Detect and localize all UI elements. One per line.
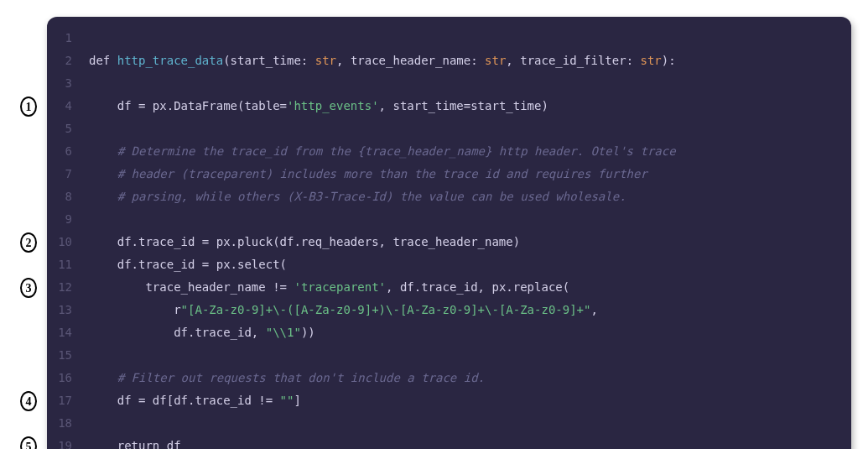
line-number: 19 [47, 435, 89, 449]
line-number: 15 [47, 344, 89, 367]
annotation-spacer [17, 163, 40, 185]
svg-text:3: 3 [26, 282, 32, 295]
annotation-marker-2: 2 [17, 231, 40, 253]
line-number: 6 [47, 140, 89, 163]
line-number: 2 [47, 50, 89, 72]
annotation-spacer [17, 299, 40, 321]
svg-text:5: 5 [26, 441, 32, 450]
line-number: 8 [47, 185, 89, 208]
code-line-3: 3 [47, 72, 851, 95]
annotation-spacer [17, 185, 40, 208]
line-content: # parsing, while others (X-B3-Trace-Id) … [89, 185, 626, 208]
line-number: 18 [47, 412, 89, 435]
svg-text:2: 2 [26, 237, 32, 249]
code-line-13: 13 r"[A-Za-z0-9]+\-([A-Za-z0-9]+)\-[A-Za… [47, 299, 851, 321]
annotation-spacer [17, 27, 40, 50]
line-content: df = df[df.trace_id != ""] [89, 389, 301, 412]
line-content: # header (traceparent) includes more tha… [89, 163, 647, 185]
code-line-7: 7 # header (traceparent) includes more t… [47, 163, 851, 185]
line-number: 13 [47, 299, 89, 321]
code-block: 1 2 def http_trace_data(start_time: str,… [47, 17, 851, 449]
line-content: # Determine the trace_id from the {trace… [89, 140, 676, 163]
code-line-8: 8 # parsing, while others (X-B3-Trace-Id… [47, 185, 851, 208]
code-line-9: 9 [47, 208, 851, 231]
annotation-marker-4: 4 [17, 389, 40, 412]
line-content: df.trace_id = px.pluck(df.req_headers, t… [89, 231, 520, 253]
code-line-1: 1 [47, 27, 851, 50]
line-content: trace_header_name != 'traceparent', df.t… [89, 276, 569, 299]
annotation-marker-1: 1 [17, 95, 40, 117]
code-figure: 1 2 3 4 5 1 2 def http_trace_data(start_… [17, 17, 851, 449]
code-line-18: 18 [47, 412, 851, 435]
line-content: df.trace_id, "\\1")) [89, 321, 315, 344]
annotation-marker-3: 3 [17, 276, 40, 299]
line-number: 5 [47, 117, 89, 140]
line-content: df = px.DataFrame(table='http_events', s… [89, 95, 548, 117]
annotation-spacer [17, 367, 40, 389]
line-number: 3 [47, 72, 89, 95]
code-line-4: 4 df = px.DataFrame(table='http_events',… [47, 95, 851, 117]
code-line-16: 16 # Filter out requests that don't incl… [47, 367, 851, 389]
line-number: 16 [47, 367, 89, 389]
line-number: 14 [47, 321, 89, 344]
code-line-11: 11 df.trace_id = px.select( [47, 253, 851, 276]
line-content: r"[A-Za-z0-9]+\-([A-Za-z0-9]+)\-[A-Za-z0… [89, 299, 598, 321]
code-line-17: 17 df = df[df.trace_id != ""] [47, 389, 851, 412]
annotation-gutter: 1 2 3 4 5 [17, 17, 40, 449]
annotation-spacer [17, 321, 40, 344]
line-number: 4 [47, 95, 89, 117]
annotation-spacer [17, 208, 40, 231]
code-line-15: 15 [47, 344, 851, 367]
line-number: 12 [47, 276, 89, 299]
line-number: 7 [47, 163, 89, 185]
line-content: # Filter out requests that don't include… [89, 367, 485, 389]
line-number: 11 [47, 253, 89, 276]
annotation-spacer [17, 50, 40, 72]
code-line-6: 6 # Determine the trace_id from the {tra… [47, 140, 851, 163]
svg-text:1: 1 [26, 101, 32, 113]
code-line-14: 14 df.trace_id, "\\1")) [47, 321, 851, 344]
line-content: def http_trace_data(start_time: str, tra… [89, 50, 676, 72]
code-line-10: 10 df.trace_id = px.pluck(df.req_headers… [47, 231, 851, 253]
code-line-12: 12 trace_header_name != 'traceparent', d… [47, 276, 851, 299]
code-line-5: 5 [47, 117, 851, 140]
code-line-2: 2 def http_trace_data(start_time: str, t… [47, 50, 851, 72]
annotation-spacer [17, 253, 40, 276]
annotation-marker-5: 5 [17, 435, 40, 449]
annotation-spacer [17, 412, 40, 435]
line-number: 17 [47, 389, 89, 412]
code-line-19: 19 return df [47, 435, 851, 449]
line-number: 10 [47, 231, 89, 253]
line-number: 9 [47, 208, 89, 231]
line-content: df.trace_id = px.select( [89, 253, 287, 276]
line-content: return df [89, 435, 181, 449]
annotation-spacer [17, 117, 40, 140]
line-number: 1 [47, 27, 89, 50]
annotation-spacer [17, 140, 40, 163]
annotation-spacer [17, 344, 40, 367]
annotation-spacer [17, 72, 40, 95]
svg-text:4: 4 [26, 395, 32, 408]
